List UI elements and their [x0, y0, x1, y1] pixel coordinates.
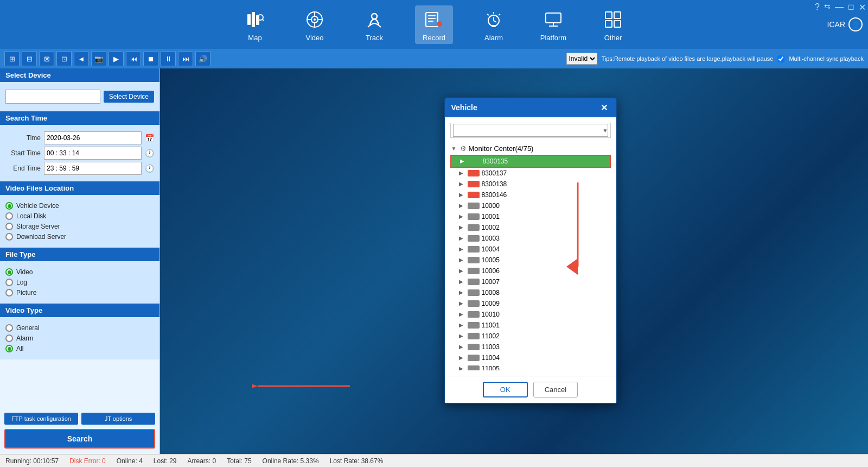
vehicle-device-option[interactable]: Vehicle Device: [5, 202, 154, 210]
expand-arrow-root[interactable]: ▼: [451, 146, 458, 152]
toolbar-prev-page[interactable]: ◄: [74, 51, 89, 66]
all-option[interactable]: All: [5, 345, 154, 352]
tree-item-8300137[interactable]: ▶ 8300137: [450, 168, 611, 179]
end-time-input[interactable]: [44, 162, 142, 175]
toolbar-grid4[interactable]: ⊡: [56, 51, 72, 66]
dialog-search-input[interactable]: [453, 124, 608, 137]
item-label-11001: 11001: [482, 321, 500, 329]
download-server-radio[interactable]: [5, 233, 13, 241]
tree-item-10004[interactable]: ▶ 10004: [450, 244, 611, 255]
video-option[interactable]: Video: [5, 268, 154, 276]
select-device-button[interactable]: Select Device: [104, 91, 154, 103]
storage-server-option[interactable]: Storage Server: [5, 223, 154, 230]
tree-item-11004[interactable]: ▶ 11004: [450, 352, 611, 363]
calendar-icon[interactable]: 📅: [145, 134, 154, 142]
dialog-body: ▼ ▼ ⚙ Monitor Center(4/75) ▶: [445, 117, 616, 376]
toolbar-volume[interactable]: 🔊: [195, 51, 210, 66]
tree-item-10008[interactable]: ▶ 10008: [450, 287, 611, 298]
top-nav: ? ⇆ — ◻ ✕ Map: [0, 0, 868, 49]
toolbar-grid2[interactable]: ⊟: [22, 51, 37, 66]
sidebar-item-platform[interactable]: Platform: [534, 8, 572, 42]
ftp-config-button[interactable]: FTP task configuration: [4, 413, 78, 425]
left-panel: Select Device Select Device Search Time …: [0, 68, 160, 454]
general-option[interactable]: General: [5, 324, 154, 332]
tree-item-10007[interactable]: ▶ 10007: [450, 276, 611, 287]
storage-server-radio[interactable]: [5, 223, 13, 230]
toolbar-snapshot[interactable]: 📷: [91, 51, 106, 66]
tree-item-10002[interactable]: ▶ 10002: [450, 222, 611, 233]
car-icon-10008: [468, 289, 480, 296]
start-time-label: Start Time: [5, 149, 41, 157]
start-time-icon[interactable]: 🕐: [145, 149, 154, 157]
car-icon-11001: [468, 322, 480, 329]
tree-item-8300146[interactable]: ▶ 8300146: [450, 190, 611, 200]
toolbar-skip-fwd[interactable]: ⏭: [178, 51, 193, 66]
tree-item-10001[interactable]: ▶ 10001: [450, 211, 611, 222]
picture-option[interactable]: Picture: [5, 289, 154, 296]
multi-sync-checkbox[interactable]: [777, 55, 784, 62]
log-option[interactable]: Log: [5, 279, 154, 286]
toolbar-grid1[interactable]: ⊞: [4, 51, 20, 66]
storage-server-label: Storage Server: [16, 223, 60, 230]
start-time-input[interactable]: [44, 147, 142, 160]
local-disk-radio[interactable]: [5, 212, 13, 220]
time-input[interactable]: [44, 131, 142, 144]
invalid-select[interactable]: Invalid: [566, 53, 597, 65]
toolbar-skip-back[interactable]: ⏮: [126, 51, 141, 66]
sidebar-item-alarm[interactable]: Alarm: [475, 8, 513, 42]
sidebar-item-video[interactable]: Video: [296, 8, 334, 42]
tree-item-10010[interactable]: ▶ 10010: [450, 309, 611, 320]
end-time-label: End Time: [5, 165, 41, 172]
tree-item-10006[interactable]: ▶ 10006: [450, 266, 611, 276]
picture-label: Picture: [16, 289, 36, 296]
tree-item-11003[interactable]: ▶ 11003: [450, 342, 611, 352]
sidebar-item-track[interactable]: Track: [355, 8, 393, 42]
tree-item-10009[interactable]: ▶ 10009: [450, 298, 611, 309]
item-label-11005: 11005: [482, 365, 500, 370]
help-icon[interactable]: ?: [815, 2, 820, 12]
other-label: Other: [604, 34, 622, 42]
search-button[interactable]: Search: [4, 429, 155, 449]
tree-item-8300138[interactable]: ▶ 8300138: [450, 179, 611, 190]
search-time-header: Search Time: [0, 111, 159, 125]
alarm-radio[interactable]: [5, 335, 13, 342]
sidebar-item-map[interactable]: Map: [236, 8, 274, 42]
tree-item-11005[interactable]: ▶ 11005: [450, 363, 611, 370]
end-time-icon[interactable]: 🕐: [145, 164, 154, 173]
search-btn-wrap: Search: [0, 429, 159, 454]
tree-item-10003[interactable]: ▶ 10003: [450, 233, 611, 244]
dialog-close-button[interactable]: ✕: [599, 103, 610, 113]
alarm-label-vt: Alarm: [16, 335, 33, 342]
vehicle-device-radio[interactable]: [5, 202, 13, 210]
toolbar-stop[interactable]: ⏹: [143, 51, 158, 66]
tree-item-8300135[interactable]: ▶ 8300135: [450, 155, 611, 168]
sidebar-item-record[interactable]: Record: [415, 5, 453, 44]
car-icon-10010: [468, 311, 480, 318]
sidebar-item-other[interactable]: Other: [594, 8, 632, 42]
tree-item-10000[interactable]: ▶ 10000: [450, 200, 611, 211]
alarm-option[interactable]: Alarm: [5, 335, 154, 342]
item-label-10010: 10010: [482, 311, 500, 318]
tree-item-10005[interactable]: ▶ 10005: [450, 255, 611, 266]
download-server-option[interactable]: Download Server: [5, 233, 154, 241]
general-radio[interactable]: [5, 324, 13, 332]
picture-radio[interactable]: [5, 289, 13, 296]
car-icon-11004: [468, 355, 480, 361]
dialog-cancel-button[interactable]: Cancel: [533, 382, 578, 397]
toolbar-play[interactable]: ▶: [108, 51, 124, 66]
dialog-ok-button[interactable]: OK: [483, 382, 528, 397]
jt-options-button[interactable]: JT options: [81, 413, 155, 425]
tree-item-11002[interactable]: ▶ 11002: [450, 331, 611, 342]
all-radio[interactable]: [5, 345, 13, 352]
video-radio[interactable]: [5, 268, 13, 276]
local-disk-option[interactable]: Local Disk: [5, 212, 154, 220]
log-radio[interactable]: [5, 279, 13, 286]
toolbar-pause[interactable]: ⏸: [161, 51, 176, 66]
nav-items: Map Video: [236, 5, 632, 44]
tree-item-11001[interactable]: ▶ 11001: [450, 320, 611, 331]
map-icon: [243, 8, 267, 31]
device-input[interactable]: [5, 90, 100, 104]
video-files-header: Video Files Location: [0, 181, 159, 195]
toolbar-grid3[interactable]: ⊠: [39, 51, 54, 66]
user-icon[interactable]: 👤: [848, 17, 863, 31]
